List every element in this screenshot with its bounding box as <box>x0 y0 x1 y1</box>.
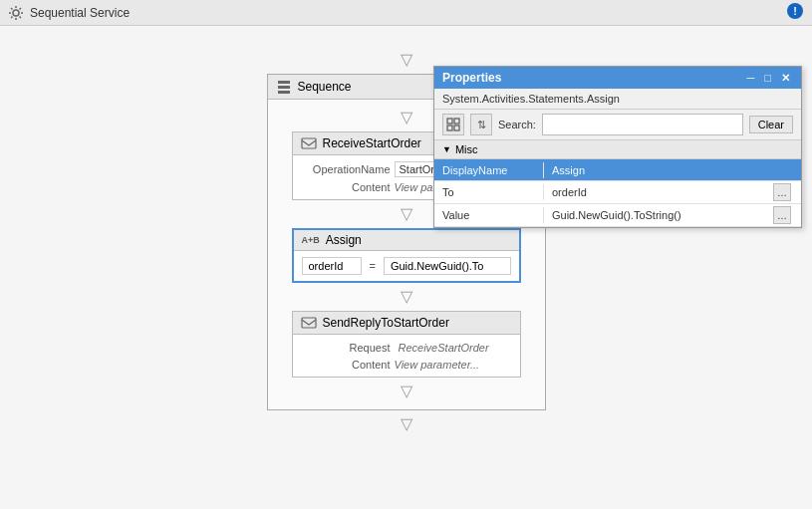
title-bar: Sequential Service ! <box>0 0 812 26</box>
props-titlebar-buttons: ─ □ ✕ <box>744 72 793 85</box>
sequence-label: Sequence <box>298 80 352 94</box>
props-toolbar: ⇅ Search: Clear <box>434 110 801 140</box>
props-sort-btn[interactable]: ⇅ <box>470 114 492 135</box>
sequence-icon <box>276 79 292 95</box>
assign-block: A+B Assign orderId = Guid.NewGuid().To <box>292 228 521 283</box>
assign-eq: = <box>366 260 380 272</box>
assign-body: orderId = Guid.NewGuid().To <box>294 251 519 281</box>
send-request-row: Request ReceiveStartOrder <box>301 339 512 357</box>
svg-rect-4 <box>278 86 290 89</box>
props-title: Properties <box>442 71 501 85</box>
assign-header: A+B Assign <box>294 230 519 251</box>
props-subtitle: System.Activities.Statements.Assign <box>434 89 801 110</box>
props-cell-value-val: Guid.NewGuid().ToString() … <box>544 204 801 226</box>
props-cell-displayname-value: Assign <box>544 162 801 178</box>
misc-expand-icon: ▼ <box>442 144 451 154</box>
properties-panel: Properties ─ □ ✕ System.Activities.State… <box>433 66 802 228</box>
svg-text:!: ! <box>793 5 797 17</box>
props-value-ellipsis-btn[interactable]: … <box>773 206 791 224</box>
assign-right: Guid.NewGuid().To <box>384 257 511 275</box>
send-content-label: Content <box>301 359 391 371</box>
title-bar-title: Sequential Service <box>30 6 130 20</box>
props-categorize-btn[interactable] <box>442 114 464 135</box>
send-reply-block: SendReplyToStartOrder Request ReceiveSta… <box>292 311 521 378</box>
send-reply-header: SendReplyToStartOrder <box>293 312 520 335</box>
send-content-link[interactable]: View parameter... <box>395 359 480 371</box>
arrow-inner-3: ▽ <box>272 283 541 311</box>
svg-rect-3 <box>278 81 290 84</box>
svg-rect-10 <box>447 126 452 130</box>
search-label: Search: <box>498 119 536 130</box>
send-reply-icon <box>301 315 317 331</box>
categorize-icon <box>446 118 460 131</box>
svg-rect-5 <box>278 91 290 94</box>
props-cell-displayname-name: DisplayName <box>434 162 544 178</box>
props-titlebar: Properties ─ □ ✕ <box>434 67 801 89</box>
svg-rect-6 <box>302 138 316 148</box>
arrow-top: ▽ <box>401 46 412 74</box>
assign-left: orderId <box>302 257 362 275</box>
send-reply-body: Request ReceiveStartOrder Content View p… <box>293 335 520 377</box>
props-table: ▼ Misc DisplayName Assign To orderId <box>434 140 801 227</box>
props-row-value[interactable]: Value Guid.NewGuid().ToString() … <box>434 204 801 227</box>
receive-icon <box>301 135 317 151</box>
send-request-value: ReceiveStartOrder <box>395 341 493 355</box>
receive-content-label: Content <box>301 181 391 193</box>
props-misc-section: ▼ Misc <box>434 140 801 159</box>
svg-point-0 <box>13 10 19 16</box>
props-clear-btn[interactable]: Clear <box>749 116 793 133</box>
props-search-input[interactable] <box>542 114 743 135</box>
sort-icon: ⇅ <box>477 119 486 131</box>
props-cell-to-name: To <box>434 184 544 200</box>
assign-icon: A+B <box>302 236 320 245</box>
props-row-displayname[interactable]: DisplayName Assign <box>434 159 801 181</box>
svg-rect-9 <box>454 119 459 124</box>
props-restore-btn[interactable]: □ <box>761 72 774 84</box>
assign-label: Assign <box>326 233 362 247</box>
arrow-bottom: ▽ <box>401 410 412 438</box>
receive-op-label: OperationName <box>301 163 391 175</box>
send-request-label: Request <box>301 342 391 354</box>
arrow-inner-4: ▽ <box>272 378 541 405</box>
svg-rect-7 <box>302 318 316 328</box>
svg-rect-11 <box>454 126 459 130</box>
props-cell-value-name: Value <box>434 207 544 223</box>
props-cell-to-value: orderId … <box>544 181 801 203</box>
receive-start-label: ReceiveStartOrder <box>323 136 421 150</box>
gear-icon <box>8 5 24 21</box>
send-content-row: Content View parameter... <box>301 357 512 373</box>
info-icon: ! <box>786 2 804 23</box>
misc-label: Misc <box>455 143 478 155</box>
send-reply-label: SendReplyToStartOrder <box>323 316 449 330</box>
props-close-btn[interactable]: ✕ <box>778 72 793 85</box>
svg-rect-8 <box>447 119 452 124</box>
props-minimize-btn[interactable]: ─ <box>744 72 758 84</box>
props-row-to[interactable]: To orderId … <box>434 181 801 204</box>
props-to-ellipsis-btn[interactable]: … <box>773 183 791 201</box>
